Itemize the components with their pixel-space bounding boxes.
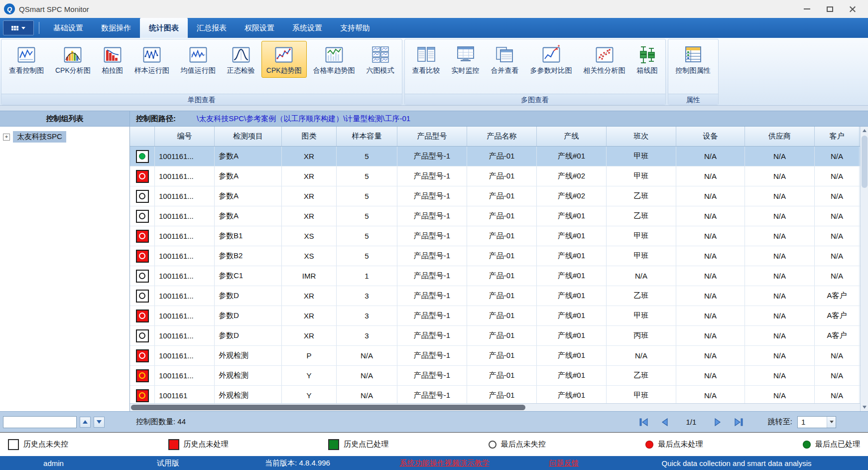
app-menu-button[interactable] — [3, 20, 34, 35]
sample-run-chart-button[interactable]: 样本运行图 — [129, 41, 174, 78]
realtime-monitor-icon — [455, 44, 476, 65]
table-cell: XR — [282, 306, 337, 325]
view-compare-button[interactable]: 查看比较 — [407, 41, 445, 78]
table-row[interactable]: 1001161...参数AXR5产品型号-1产品-01产线#02甲班N/AN/A… — [130, 166, 860, 186]
table-cell: 参数A — [215, 147, 282, 166]
pareto-chart-button[interactable]: 柏拉图 — [97, 41, 128, 78]
table-cell: 1001161... — [155, 326, 215, 345]
table-row[interactable]: 1001161...参数B1XS5产品型号-1产品-01产线#01甲班N/AN/… — [130, 226, 860, 246]
tree-search-input[interactable] — [3, 416, 77, 428]
multi-parameter-compare-chart-button[interactable]: 多参数对比图 — [525, 41, 577, 78]
tab-system-settings[interactable]: 系统设置 — [283, 18, 331, 38]
control-chart-properties-button[interactable]: 控制图属性 — [671, 41, 716, 78]
search-up-button[interactable] — [80, 417, 91, 428]
vertical-scrollbar-thumb[interactable] — [862, 136, 868, 188]
logo-glyph: Q — [7, 5, 12, 13]
tab-basic-settings[interactable]: 基础设置 — [44, 18, 92, 38]
cpk-analysis-chart-button[interactable]: CPK分析图 — [50, 41, 96, 78]
correlation-analysis-chart-button[interactable]: 相关性分析图 — [579, 41, 630, 78]
column-header[interactable]: 产品型号 — [397, 127, 467, 146]
column-header[interactable]: 样本容量 — [337, 127, 397, 146]
tab-permission-settings[interactable]: 权限设置 — [236, 18, 283, 38]
box-plot-button[interactable]: 箱线图 — [632, 41, 663, 78]
table-cell: 1001161... — [155, 166, 215, 186]
chart-path-zone: 控制图路径: \太友科技SPC\参考案例（以工序顺序构建）\计量型检测\工序-0… — [130, 111, 868, 126]
row-status-cell — [130, 366, 155, 385]
tab-support-help[interactable]: 支持帮助 — [331, 18, 379, 38]
vertical-scrollbar[interactable] — [860, 127, 868, 411]
feedback-link[interactable]: 问题反馈 — [523, 459, 605, 468]
cpk-trend-chart-button[interactable]: CPK趋势图 — [261, 41, 307, 78]
horizontal-scrollbar-thumb[interactable] — [131, 405, 525, 410]
table-row[interactable]: 1001161...参数AXR5产品型号-1产品-01产线#02乙班N/AN/A… — [130, 186, 860, 206]
horizontal-scrollbar[interactable] — [130, 403, 860, 411]
tab-summary-reports[interactable]: 汇总报表 — [188, 18, 236, 38]
table-row[interactable]: 1001161...参数C1IMR1产品型号-1产品-01产线#01N/AN/A… — [130, 266, 860, 286]
column-header[interactable]: 检测项目 — [215, 127, 282, 146]
close-button[interactable] — [841, 1, 864, 16]
mean-run-chart-button[interactable]: 均值运行图 — [176, 41, 221, 78]
table-row[interactable]: 1001161...外观检测PN/A产品型号-1产品-01产线#01N/AN/A… — [130, 346, 860, 366]
table-row[interactable]: 1001161...外观检测YN/A产品型号-1产品-01产线#01乙班N/AN… — [130, 366, 860, 386]
tab-data-operations[interactable]: 数据操作 — [92, 18, 140, 38]
table-cell: P — [282, 346, 337, 365]
column-header[interactable]: 产线 — [537, 127, 607, 146]
merged-view-button[interactable]: 合并查看 — [486, 41, 524, 78]
tree-item-root[interactable]: + 太友科技SPC — [0, 131, 129, 143]
column-header[interactable]: 编号 — [155, 127, 215, 146]
dropdown-button[interactable] — [827, 417, 836, 428]
scroll-up-icon[interactable] — [861, 127, 868, 135]
table-cell: 产品型号-1 — [397, 226, 467, 246]
table-row[interactable]: 1001161...参数AXR5产品型号-1产品-01产线#01乙班N/AN/A… — [130, 206, 860, 226]
maximize-button[interactable] — [818, 1, 841, 16]
table-row[interactable]: 1001161...参数DXR3产品型号-1产品-01产线#01丙班N/AN/A… — [130, 326, 860, 346]
mean-run-icon — [188, 44, 209, 65]
last-page-button[interactable] — [731, 416, 746, 429]
ribbon-button-label: 查看比较 — [412, 66, 440, 75]
status-square-icon — [136, 270, 149, 283]
table-row[interactable]: 1001161...参数DXR3产品型号-1产品-01产线#01乙班N/AN/A… — [130, 286, 860, 306]
pass-rate-trend-chart-button[interactable]: 合格率趋势图 — [308, 41, 360, 78]
minimize-button[interactable] — [795, 1, 818, 16]
column-header[interactable]: 产品名称 — [467, 127, 537, 146]
normality-test-button[interactable]: 正态检验 — [222, 41, 260, 78]
status-circle-icon — [139, 173, 145, 179]
status-column-header[interactable] — [130, 127, 155, 146]
next-page-button[interactable] — [710, 416, 725, 429]
six-chart-mode-button[interactable]: 六图模式 — [362, 41, 399, 78]
table-cell: N/A — [815, 366, 860, 385]
chart-path-label: 控制图路径: — [136, 114, 176, 124]
table-row[interactable]: 1001161...参数AXR5产品型号-1产品-01产线#01甲班N/AN/A… — [130, 147, 860, 166]
table-cell: N/A — [745, 286, 815, 306]
table-row[interactable]: 1001161...参数DXR3产品型号-1产品-01产线#01甲班N/AN/A… — [130, 306, 860, 326]
first-page-button[interactable] — [636, 416, 651, 429]
jump-page-select[interactable]: 1 — [797, 416, 836, 428]
table-cell: 产品-01 — [467, 386, 537, 403]
search-down-button[interactable] — [94, 417, 105, 428]
table-cell: N/A — [676, 147, 745, 166]
column-header[interactable]: 设备 — [676, 127, 745, 146]
row-status-cell — [130, 246, 155, 266]
expand-icon[interactable]: + — [3, 134, 10, 141]
window-controls — [795, 1, 864, 16]
column-header[interactable]: 图类 — [282, 127, 337, 146]
table-cell: N/A — [745, 366, 815, 385]
view-control-chart-button[interactable]: 查看控制图 — [4, 41, 49, 78]
tab-statistics-charts[interactable]: 统计图表 — [140, 18, 188, 38]
table-cell: 3 — [337, 286, 397, 306]
video-tutorial-link[interactable]: 系统功能操作视频演示教学 — [366, 459, 523, 468]
tree-item-label[interactable]: 太友科技SPC — [13, 131, 66, 143]
table-row[interactable]: 1001161...参数B2XS5产品型号-1产品-01产线#01甲班N/AN/… — [130, 246, 860, 266]
table-cell: XR — [282, 206, 337, 226]
table-cell: 1001161... — [155, 226, 215, 246]
column-header[interactable]: 客户 — [815, 127, 860, 146]
column-header[interactable]: 班次 — [607, 127, 676, 146]
legend-circle-icon — [803, 441, 811, 449]
legend-label: 历史点未失控 — [23, 440, 68, 449]
scroll-down-icon[interactable] — [861, 403, 868, 411]
column-header[interactable]: 供应商 — [745, 127, 815, 146]
realtime-monitor-button[interactable]: 实时监控 — [447, 41, 485, 78]
prev-page-button[interactable] — [657, 416, 672, 429]
table-row[interactable]: 1001161外观检测YN/A产品型号-1产品-01产线#01甲班N/AN/AN… — [130, 386, 860, 403]
row-status-cell — [130, 206, 155, 226]
